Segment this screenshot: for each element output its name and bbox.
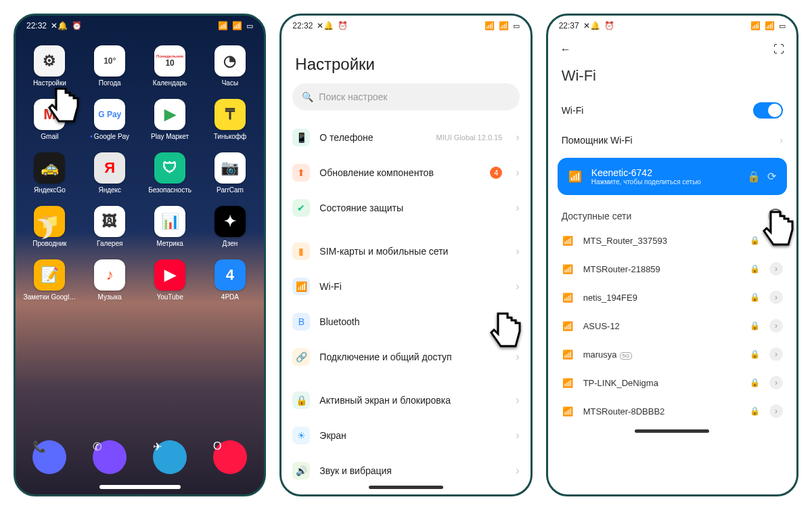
clock-icon: ◔ — [215, 45, 246, 77]
updates-icon: ⬆ — [292, 164, 310, 182]
app-music-icon[interactable]: ♪Музыка — [80, 259, 140, 301]
wifi-icon: 📶 — [562, 349, 574, 360]
calendar-icon: Понедельник10 — [154, 45, 185, 77]
parrcam-icon: 📷 — [215, 152, 246, 184]
app-metrika-icon[interactable]: 📊Метрика — [140, 206, 200, 247]
dzen-icon: ✦ — [215, 206, 246, 237]
phone-wifi: 22:37 ✕🔔 ⏰ 📶 📶 ▭ ← ⛶ Wi-Fi Wi-Fi Помощни… — [546, 14, 798, 496]
music-icon: ♪ — [94, 259, 125, 291]
app-gmail-icon[interactable]: MGmail — [20, 99, 80, 140]
network-row[interactable]: 📶netis_194FE9🔒› — [554, 283, 791, 312]
settings-row-lockscreen[interactable]: 🔒Активный экран и блокировка› — [281, 383, 530, 418]
chevron-right-icon[interactable]: › — [769, 262, 783, 276]
settings-row-sim-cards[interactable]: ▮SIM-карты и мобильные сети› — [281, 234, 530, 269]
silent-icon: ✕🔔 — [317, 21, 334, 30]
network-row[interactable]: 📶TP-LINK_DeNigma🔒› — [554, 368, 791, 397]
app-weather-icon[interactable]: 10°Погода — [80, 45, 140, 87]
refresh-icon[interactable] — [768, 209, 783, 224]
app-label: Тинькофф — [204, 133, 256, 140]
sound-icon: 🔊 — [292, 462, 310, 480]
network-row[interactable]: 📶MTS_Router_337593🔒› — [554, 226, 791, 255]
app-gpay-icon[interactable]: G Pay•Google Pay — [80, 99, 140, 140]
opera-icon[interactable]: O — [213, 440, 247, 474]
alarm-icon: ⏰ — [604, 21, 614, 30]
app-keep-icon[interactable]: 📝Заметки Google Keep — [20, 259, 80, 301]
home-indicator — [369, 486, 443, 489]
settings-row-display[interactable]: ☀Экран› — [281, 418, 530, 453]
app-grid: ⚙Настройки10°ПогодаПонедельник10Календар… — [16, 36, 264, 303]
signal-icon: 📶 — [484, 21, 495, 30]
row-label: Bluetooth — [319, 316, 506, 327]
search-icon: 🔍 — [302, 91, 313, 102]
chevron-right-icon: › — [516, 202, 519, 214]
settings-row-updates[interactable]: ⬆Обновление компонентов4› — [281, 155, 530, 190]
network-row[interactable]: 📶MTSRouter-218859🔒› — [554, 255, 791, 283]
settings-row-sound[interactable]: 🔊Звук и вибрация› — [281, 453, 530, 482]
youtube-icon: ▶ — [154, 259, 185, 291]
network-row[interactable]: 📶MTSRouter-8DBBB2🔒› — [554, 397, 791, 425]
telegram-icon[interactable]: ✈ — [153, 440, 187, 474]
app-youtube-icon[interactable]: ▶YouTube — [140, 259, 200, 301]
wifi-assistant-row[interactable]: Помощник Wi-Fi › — [548, 127, 796, 154]
security-status-icon: ✔ — [292, 199, 310, 217]
chevron-right-icon[interactable]: › — [769, 319, 783, 333]
app-label: ParrCam — [204, 186, 256, 194]
phone-home: 22:32 ✕🔔 ⏰ 📶 📶 ▭ ⚙Настройки10°ПогодаПоне… — [14, 14, 266, 496]
app-label: Погода — [83, 79, 136, 87]
chevron-right-icon[interactable]: › — [769, 376, 783, 389]
gallery-icon: 🖼 — [94, 206, 125, 237]
app-clock-icon[interactable]: ◔Часы — [200, 45, 260, 87]
chevron-right-icon[interactable]: › — [769, 404, 783, 418]
row-label: Активный экран и блокировка — [319, 395, 506, 406]
app-yandex-icon[interactable]: ЯЯндекс — [80, 152, 140, 194]
chevron-right-icon: › — [516, 465, 519, 477]
alarm-icon: ⏰ — [72, 21, 82, 30]
settings-row-wifi[interactable]: 📶Wi-Fi› — [281, 269, 530, 304]
search-placeholder: Поиск настроек — [319, 91, 387, 102]
wifi-status-icon: 📶 — [765, 21, 775, 30]
settings-row-bluetooth[interactable]: BBluetooth› — [281, 304, 530, 339]
app-gallery-icon[interactable]: 🖼Галерея — [80, 206, 140, 247]
chevron-right-icon[interactable]: › — [769, 234, 783, 247]
info-icon[interactable]: ⟳ — [767, 170, 776, 183]
yandex-icon: Я — [94, 152, 125, 184]
chevron-right-icon: › — [516, 167, 519, 179]
network-name: MTS_Router_337593 — [583, 236, 740, 246]
top-bar: ← ⛶ — [548, 36, 796, 63]
settings-row-about-phone[interactable]: 📱О телефонеMIUI Global 12.0.15› — [281, 120, 530, 155]
row-label: Обновление компонентов — [319, 167, 480, 178]
app-parrcam-icon[interactable]: 📷ParrCam — [200, 152, 260, 194]
wifi-toggle-row[interactable]: Wi-Fi — [548, 94, 796, 127]
network-row[interactable]: 📶marusya5G🔒› — [554, 340, 791, 368]
back-icon[interactable]: ← — [560, 43, 571, 56]
app-calendar-icon[interactable]: Понедельник10Календарь — [140, 45, 200, 87]
viber-icon[interactable]: ✆ — [93, 440, 127, 474]
settings-row-tethering[interactable]: 🔗Подключение и общий доступ› — [281, 339, 530, 375]
connected-network[interactable]: 📶 Keenetic-6742 Нажмите, чтобы поделитьс… — [558, 158, 787, 195]
network-name: ASUS-12 — [583, 321, 740, 331]
status-bar: 22:32 ✕🔔 ⏰ 📶 📶 ▭ — [281, 16, 530, 36]
app-yandexgo-icon[interactable]: 🚕ЯндексGo — [20, 152, 80, 194]
app-settings-icon[interactable]: ⚙Настройки — [20, 45, 80, 87]
security-icon: 🛡 — [154, 152, 185, 184]
tethering-icon: 🔗 — [292, 348, 310, 366]
app-label: Заметки Google Keep — [23, 293, 76, 301]
wifi-toggle[interactable] — [753, 102, 783, 119]
app-4pda-icon[interactable]: 44PDA — [200, 259, 260, 301]
search-input[interactable]: 🔍 Поиск настроек — [292, 83, 519, 110]
chevron-right-icon: › — [516, 131, 519, 144]
app-dzen-icon[interactable]: ✦Дзен — [200, 206, 260, 247]
app-security-icon[interactable]: 🛡Безопасность — [140, 152, 200, 194]
qr-scan-icon[interactable]: ⛶ — [773, 43, 784, 56]
network-name: MTSRouter-218859 — [583, 264, 740, 274]
network-row[interactable]: 📶ASUS-12🔒› — [554, 312, 791, 340]
display-icon: ☀ — [292, 427, 310, 444]
signal-icon: 📶 — [218, 21, 228, 30]
app-tinkoff-icon[interactable]: ₸Тинькофф — [200, 99, 260, 140]
chevron-right-icon[interactable]: › — [769, 347, 783, 361]
lock-icon: 🔒 — [747, 170, 761, 183]
app-playstore-icon[interactable]: ▶Play Маркет — [140, 99, 200, 140]
phone-icon[interactable]: 📞 — [32, 440, 66, 474]
chevron-right-icon[interactable]: › — [769, 291, 783, 304]
settings-row-security-status[interactable]: ✔Состояние защиты› — [281, 190, 530, 226]
